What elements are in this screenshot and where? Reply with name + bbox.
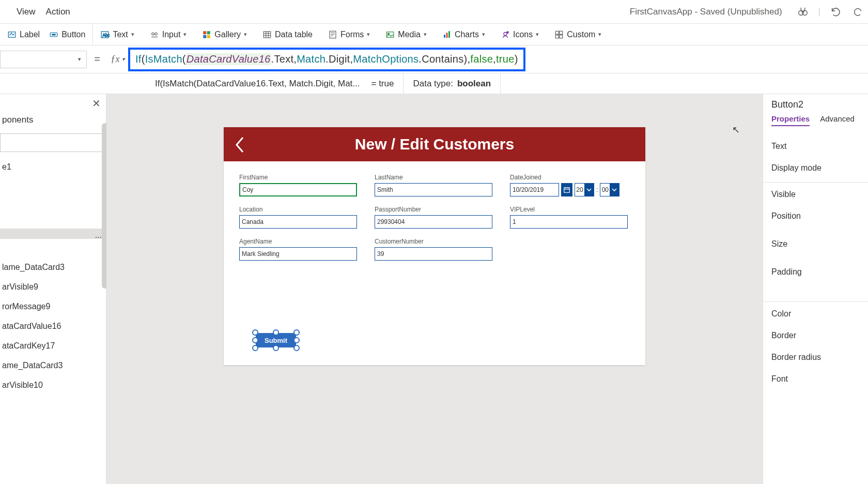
dropdown-minute[interactable]: 00	[600, 183, 619, 196]
ribbon-button[interactable]: Button	[49, 30, 85, 39]
prop-position[interactable]: Position	[771, 205, 868, 227]
close-icon[interactable]: ✕	[92, 97, 101, 110]
tree-item[interactable]: ataCardKey17	[0, 336, 106, 356]
selected-control-name: Button2	[771, 99, 868, 110]
field-lastname: LastName Smith	[375, 174, 492, 196]
input-date[interactable]: 10/20/2019	[510, 183, 559, 196]
field-agent: AgentName Mark Siedling	[239, 238, 357, 261]
tab-properties[interactable]: Properties	[771, 114, 810, 126]
svg-point-20	[504, 32, 507, 35]
back-icon[interactable]	[233, 135, 246, 154]
undo-icon[interactable]	[830, 6, 842, 18]
tree-item[interactable]: ame_DataCard3	[0, 356, 106, 375]
input-vip[interactable]: 1	[510, 215, 628, 229]
submit-button[interactable]: Submit	[256, 333, 296, 347]
tree-item[interactable]: arVisible9	[0, 277, 106, 297]
ribbon-label[interactable]: Label	[7, 30, 40, 39]
redo-icon[interactable]	[851, 6, 864, 18]
resize-handle[interactable]	[252, 345, 258, 351]
screen-header: New / Edit Customers	[224, 127, 645, 161]
time-colon: :	[596, 186, 598, 193]
edit-form: FirstName Coy LastName Smith DateJoined …	[224, 161, 645, 273]
prop-color[interactable]: Color	[771, 303, 868, 325]
label-lastname: LastName	[375, 174, 492, 181]
tree-search-input[interactable]	[0, 133, 103, 152]
prop-text[interactable]: Text	[771, 135, 868, 157]
formula-result-bar: If(IsMatch(DataCardValue16.Text, Match.D…	[0, 73, 868, 94]
app-checker-icon[interactable]	[797, 6, 809, 18]
label-firstname: FirstName	[239, 174, 357, 181]
fx-icon[interactable]: ƒx▾	[107, 54, 128, 65]
input-custno[interactable]: 39	[375, 247, 492, 261]
input-location[interactable]: Canada	[239, 215, 357, 229]
insert-ribbon: Label Button Abc Text▾ Input▾ Gallery▾ D…	[0, 24, 868, 46]
datatype-label: Data type:	[413, 79, 453, 89]
prop-font[interactable]: Font	[771, 368, 868, 390]
label-agent: AgentName	[239, 238, 357, 245]
svg-text:Abc: Abc	[103, 33, 110, 37]
input-lastname[interactable]: Smith	[375, 183, 492, 196]
label-custno: CustomerNumber	[375, 238, 492, 245]
ribbon-input[interactable]: Input▾	[150, 30, 187, 39]
field-firstname: FirstName Coy	[239, 174, 357, 196]
field-vip: VIPLevel 1	[510, 206, 628, 229]
menu-view[interactable]: View	[17, 7, 36, 17]
resize-handle[interactable]	[293, 337, 300, 343]
resize-handle[interactable]	[252, 329, 258, 336]
resize-handle[interactable]	[252, 337, 258, 343]
svg-rect-23	[556, 31, 559, 34]
prop-borderradius[interactable]: Border radius	[771, 346, 868, 368]
tree-item[interactable]: e1	[0, 157, 106, 177]
prop-border[interactable]: Border	[771, 325, 868, 346]
property-dropdown[interactable]: ▾	[0, 51, 87, 68]
resize-handle[interactable]	[273, 345, 279, 351]
svg-rect-17	[444, 35, 445, 38]
label-vip: VIPLevel	[510, 206, 628, 213]
ribbon-charts[interactable]: Charts▾	[442, 30, 485, 39]
prop-size[interactable]: Size	[771, 227, 868, 255]
ribbon-gallery[interactable]: Gallery▾	[202, 30, 247, 39]
label-passport: PassportNumber	[375, 206, 492, 213]
prop-displaymode[interactable]: Display mode	[771, 157, 868, 179]
dropdown-hour[interactable]: 20	[575, 183, 594, 196]
ribbon-media[interactable]: Media▾	[385, 30, 427, 39]
ribbon-icons[interactable]: + Icons▾	[501, 30, 539, 39]
input-passport[interactable]: 29930404	[375, 215, 492, 229]
app-status: FirstCanvasApp - Saved (Unpublished)	[630, 7, 782, 17]
tree-item[interactable]: ataCardValue16	[0, 316, 106, 336]
prop-visible[interactable]: Visible	[771, 184, 868, 205]
svg-rect-26	[560, 35, 563, 38]
formula-input[interactable]: If(IsMatch(DataCardValue16.Text, Match.D…	[128, 48, 525, 71]
menu-action[interactable]: Action	[46, 7, 70, 17]
prop-padding[interactable]: Padding	[771, 255, 868, 283]
tree-item-selected[interactable]	[0, 229, 106, 239]
svg-rect-13	[264, 32, 271, 38]
ribbon-datatable[interactable]: Data table	[262, 30, 313, 39]
tree-tab-components[interactable]: ponents	[0, 111, 106, 130]
ribbon-custom[interactable]: Custom▾	[554, 30, 601, 39]
svg-rect-25	[556, 35, 559, 38]
resize-handle[interactable]	[273, 329, 279, 336]
label-location: Location	[239, 206, 357, 213]
resize-handle[interactable]	[293, 329, 300, 336]
ribbon-text[interactable]: Abc Text▾	[100, 30, 134, 39]
input-firstname[interactable]: Coy	[239, 183, 357, 196]
formula-preview: If(IsMatch(DataCardValue16.Text, Match.D…	[155, 79, 360, 89]
equals-sign: =	[87, 53, 107, 65]
app-canvas[interactable]: New / Edit Customers FirstName Coy LastN…	[224, 127, 645, 365]
resize-handle[interactable]	[293, 345, 300, 351]
tree-view-panel: ✕ ponents e1 lame_DataCard3 arVisible9 r…	[0, 94, 106, 484]
tree-item[interactable]: lame_DataCard3	[0, 258, 106, 277]
field-passport: PassportNumber 29930404	[375, 206, 492, 229]
properties-panel: Button2 Properties Advanced Text Display…	[763, 94, 868, 484]
ribbon-forms[interactable]: Forms▾	[328, 30, 370, 39]
tab-advanced[interactable]: Advanced	[820, 114, 855, 126]
tree-item[interactable]: rorMessage9	[0, 297, 106, 316]
field-datejoined: DateJoined 10/20/2019 20 : 00	[510, 174, 628, 196]
svg-point-7	[152, 33, 154, 35]
svg-rect-15	[387, 32, 394, 37]
svg-rect-24	[560, 31, 563, 34]
tree-item[interactable]: arVisible10	[0, 375, 106, 395]
input-agent[interactable]: Mark Siedling	[239, 247, 357, 261]
calendar-icon[interactable]	[561, 183, 572, 196]
